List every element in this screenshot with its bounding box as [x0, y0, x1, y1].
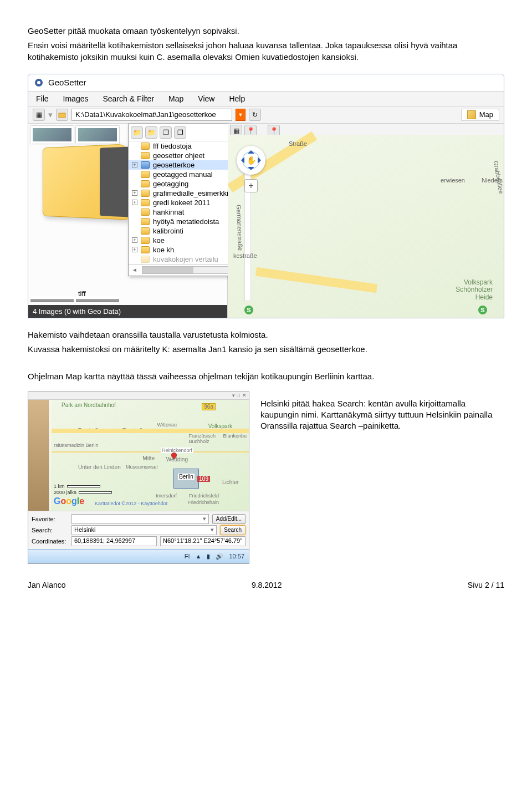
- street-label: Unter den Linden: [78, 464, 121, 470]
- menu-images[interactable]: Images: [63, 94, 89, 103]
- google-logo: Google: [54, 496, 84, 506]
- district-label: Imersdorf: [156, 493, 177, 499]
- file-pane: tiff 📁 📁 ❐ ❐ » fff tiedostoja geosetter …: [28, 124, 228, 318]
- folder-preview-icon: [43, 144, 130, 220]
- copy-icon[interactable]: ❐: [174, 126, 186, 139]
- district-label: Französisch Buchholz: [188, 433, 216, 444]
- coordinates-field-1[interactable]: 60,188391; 24,962997: [71, 536, 157, 546]
- district-label: Mitte: [142, 455, 155, 461]
- svg-point-1: [37, 81, 40, 84]
- clock[interactable]: 10:57: [229, 553, 244, 560]
- park-label: Volkspark: [208, 423, 232, 429]
- sbahn-icon: S: [244, 306, 253, 314]
- district-label: Lichter: [222, 479, 239, 485]
- street-label: Straße: [289, 140, 307, 147]
- intro-para-1: GeoSetter pitää muokata omaan työskentel…: [28, 26, 504, 37]
- page-footer: Jan Alanco 9.8.2012 Sivu 2 / 11: [28, 581, 504, 589]
- park-label: Volkspark Schönholzer Heide: [456, 279, 493, 301]
- menu-view[interactable]: View: [198, 94, 214, 103]
- thumbnail[interactable]: [76, 126, 119, 144]
- footer-page: Sivu 2 / 11: [468, 581, 504, 589]
- svg-rect-2: [59, 113, 65, 118]
- folder-nav-icon[interactable]: 📁: [145, 126, 157, 139]
- thumbnail[interactable]: [30, 126, 74, 144]
- tray-battery-icon[interactable]: ▮: [207, 553, 210, 560]
- menu-search-filter[interactable]: Search & Filter: [103, 94, 154, 103]
- thumbnail[interactable]: [76, 297, 119, 302]
- tray-flag-icon[interactable]: ▲: [196, 553, 202, 560]
- search-label: Search:: [32, 527, 68, 533]
- search-field[interactable]: Helsinki▾: [71, 525, 217, 535]
- hand-icon: ✋: [247, 156, 256, 165]
- street-label: kestraße: [233, 252, 257, 259]
- map-tab[interactable]: Map: [461, 109, 499, 121]
- mid-para-3: Ohjelman Map kartta näyttää tässä vaihee…: [28, 371, 504, 382]
- search-panel: Favorite: ▾ Add/Edit... Search: Helsinki…: [28, 511, 249, 549]
- tray-volume-icon[interactable]: 🔊: [216, 553, 223, 560]
- folder-nav-icon[interactable]: 📁: [131, 126, 143, 139]
- map-scale: 1 km 2000 jalka: [54, 484, 112, 495]
- menu-map[interactable]: Map: [168, 94, 183, 103]
- street-label: erwiesen: [441, 177, 465, 184]
- district-label: Friedrichsfeld: [189, 493, 219, 499]
- copy-icon[interactable]: ❐: [160, 126, 172, 139]
- addedit-button[interactable]: Add/Edit...: [212, 514, 245, 524]
- footer-date: 9.8.2012: [252, 581, 282, 589]
- building-photo: [28, 400, 50, 511]
- menu-help[interactable]: Help: [229, 94, 245, 103]
- mid-para-2: Kuvassa hakemistoksi on määritelty K: as…: [28, 344, 504, 355]
- lang-indicator[interactable]: FI: [185, 553, 190, 560]
- taskbar: FI ▲ ▮ 🔊 10:57: [28, 549, 249, 563]
- menu-file[interactable]: File: [36, 94, 49, 103]
- intro-para-2: Ensin voisi määritellä kotihakemiston se…: [28, 40, 504, 63]
- map-zoom-in[interactable]: +: [244, 179, 258, 192]
- footer-author: Jan Alanco: [28, 581, 66, 589]
- coordinates-field-2[interactable]: N60°11'18.21" E24°57'46.79": [160, 536, 245, 546]
- mid-para-1: Hakemisto vaihdetaan oranssilla taustall…: [28, 329, 504, 340]
- favorite-label: Favorite:: [32, 516, 68, 522]
- search-button[interactable]: Search: [220, 525, 245, 535]
- window-titlebar: GeoSetter: [28, 74, 504, 91]
- panel-dock-icon[interactable]: □: [237, 393, 240, 399]
- poi-label: Museumsinsel: [126, 464, 158, 470]
- map-credit: Karttatiedot ©2012 - Käyttöehdot: [95, 501, 167, 506]
- map-search-pane[interactable]: Park am Nordbahnhof 96a Torstraße Torstr…: [28, 400, 249, 511]
- image-count-status: 4 Images (0 with Geo Data): [28, 305, 227, 318]
- viewport-rect: Berlin: [173, 469, 199, 489]
- map-pane[interactable]: ▦ 📍 📍 Straße erwiesen Nieders Germanenst…: [228, 124, 504, 318]
- address-bar[interactable]: K:\Data1\Kuvakokoelmat\Jan1\geosetterkoe: [71, 109, 232, 121]
- district-label: Wedding: [166, 456, 188, 462]
- street-label: Germanenstraße: [236, 205, 244, 251]
- grid-view-icon[interactable]: ▦: [33, 109, 45, 121]
- app-title: GeoSetter: [48, 78, 86, 87]
- road-number: 109: [197, 476, 210, 482]
- sbahn-icon: S: [478, 306, 487, 314]
- screenshot-search: ▾ □ ✕ Park am Nordbahnhof 96a Torstraße …: [28, 392, 249, 564]
- address-dropdown-button[interactable]: ▼: [236, 109, 245, 121]
- district-label: Reinickendorf: [161, 448, 193, 453]
- home-folder-icon[interactable]: [56, 109, 68, 121]
- coordinates-label: Coordinates:: [32, 538, 68, 545]
- app-icon: [34, 78, 44, 88]
- district-label: Wittenau: [157, 422, 177, 428]
- panel-close-icon[interactable]: ✕: [242, 393, 247, 399]
- map-tab-label: Map: [479, 110, 493, 119]
- toolbar: ▦ ▾ K:\Data1\Kuvakokoelmat\Jan1\geosette…: [28, 106, 504, 124]
- menu-bar: File Images Search & Filter Map View Hel…: [28, 91, 504, 106]
- panel-dock-icon[interactable]: ▾: [232, 393, 235, 399]
- side-para: Helsinki pitää hakea Search: kentän avul…: [260, 398, 504, 432]
- district-label: Blankenbu: [223, 433, 247, 439]
- refresh-icon[interactable]: ↻: [249, 109, 261, 121]
- map-icon: [467, 110, 476, 119]
- favorite-field[interactable]: ▾: [71, 514, 209, 524]
- district-label: Friedrichshain: [187, 500, 219, 505]
- thumbnail[interactable]: [30, 297, 74, 302]
- screenshot-geosetter: GeoSetter File Images Search & Filter Ma…: [28, 74, 504, 318]
- map-pan-control[interactable]: ✋: [237, 146, 265, 175]
